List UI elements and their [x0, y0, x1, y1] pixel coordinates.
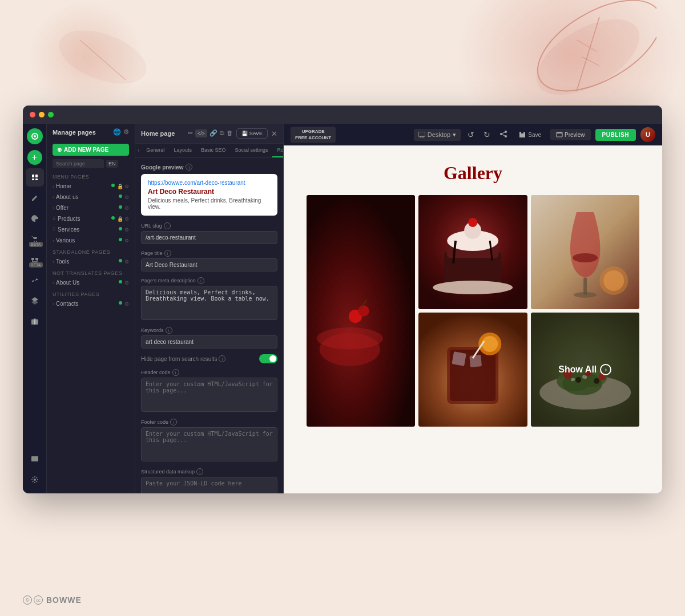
- gallery-item-drink[interactable]: [307, 195, 415, 427]
- add-new-page-button[interactable]: ⊕ ADD NEW PAGE: [53, 144, 129, 156]
- lock-icon: 🔒: [117, 184, 123, 189]
- add-icon[interactable]: +: [27, 150, 42, 165]
- edit-page-icon[interactable]: ✏: [188, 129, 193, 137]
- gallery-grid: Show All ›: [307, 195, 639, 427]
- undo-icon[interactable]: ↺: [465, 128, 477, 141]
- redo-icon[interactable]: ↻: [481, 128, 493, 141]
- chevron-icon: ›: [53, 205, 54, 211]
- svg-rect-11: [32, 179, 34, 180]
- status-dot: [119, 259, 122, 262]
- page-name: About Us: [56, 279, 79, 286]
- show-all-label[interactable]: Show All: [558, 364, 597, 375]
- preview-button[interactable]: Preview: [550, 129, 591, 140]
- structured-data-textarea[interactable]: [141, 477, 277, 493]
- traffic-light-red[interactable]: [30, 112, 35, 117]
- copy-icon[interactable]: ⧉: [220, 129, 224, 137]
- tab-basic-seo[interactable]: Basic SEO: [196, 144, 231, 157]
- info-icon: i: [186, 164, 192, 171]
- status-dot: [119, 301, 122, 305]
- structured-data-info-icon: i: [196, 468, 203, 475]
- hide-page-toggle[interactable]: [259, 354, 277, 363]
- code-icon[interactable]: </>: [195, 129, 207, 137]
- page-item-tools[interactable]: › Tools ⚙: [47, 256, 135, 267]
- page-name: Products: [58, 216, 80, 222]
- link-icon[interactable]: 🔗: [209, 129, 217, 137]
- footer-code-textarea[interactable]: [141, 427, 277, 461]
- svg-point-34: [505, 135, 507, 137]
- share-icon[interactable]: [497, 128, 510, 142]
- traffic-light-green[interactable]: [48, 112, 54, 117]
- page-item-products[interactable]: ⠿ Products 🔒 ⚙: [47, 213, 135, 224]
- svg-line-6: [80, 40, 126, 80]
- gallery-item-cocktail[interactable]: [418, 313, 527, 427]
- svg-point-1: [524, 4, 651, 111]
- desktop-selector[interactable]: Desktop ▾: [414, 129, 461, 141]
- tab-layouts[interactable]: Layouts: [169, 144, 196, 157]
- tab-general[interactable]: General: [142, 144, 169, 157]
- page-name: About us: [56, 194, 78, 200]
- page-name: Home: [56, 183, 71, 189]
- crm-icon[interactable]: BETA: [26, 250, 44, 269]
- header-code-info-icon: i: [172, 369, 179, 376]
- svg-line-3: [577, 40, 597, 51]
- upgrade-badge[interactable]: UPGRADE FREE ACCOUNT: [291, 127, 336, 143]
- header-code-textarea[interactable]: [141, 378, 277, 412]
- chevron-icon: ›: [53, 301, 54, 307]
- gallery-item-salad[interactable]: Show All ›: [531, 313, 639, 427]
- svg-line-4: [582, 57, 599, 66]
- page-item-contacts[interactable]: › Contacts ⚙: [47, 298, 135, 309]
- settings-icon[interactable]: [26, 471, 44, 489]
- svg-rect-16: [35, 258, 38, 260]
- save-button[interactable]: 💾 SAVE: [236, 128, 268, 139]
- delete-icon[interactable]: 🗑: [227, 129, 233, 137]
- status-dot: [111, 184, 115, 187]
- pages-panel: Manage pages 🌐 ⚙ ⊕ ADD NEW PAGE EN Menu …: [47, 124, 135, 493]
- palette-icon[interactable]: [26, 209, 44, 228]
- gallery-item-wine[interactable]: [531, 195, 639, 309]
- page-item-about-us-nt[interactable]: › About Us ⚙: [47, 277, 135, 288]
- show-all-overlay: Show All ›: [531, 313, 639, 427]
- page-item-about[interactable]: › About us ⚙: [47, 192, 135, 202]
- drag-icon: ⠿: [53, 216, 56, 221]
- shop-icon[interactable]: BETA: [26, 230, 44, 248]
- svg-marker-21: [31, 300, 38, 305]
- publish-button[interactable]: PUBLISH: [595, 129, 636, 141]
- gift-icon[interactable]: [26, 312, 44, 330]
- save-toolbar-button[interactable]: Save: [514, 129, 546, 140]
- media-icon[interactable]: [26, 450, 44, 468]
- page-item-various[interactable]: › Various ⚙: [47, 235, 135, 246]
- page-name: Tools: [56, 258, 69, 265]
- url-slug-input[interactable]: [141, 231, 277, 244]
- google-preview-description: Delicious meals, Perfect drinks, Breatht…: [148, 197, 271, 210]
- settings-small-icon[interactable]: ⚙: [123, 128, 129, 136]
- lock-icon: 🔒: [117, 216, 123, 222]
- status-dot: [119, 238, 122, 241]
- page-name: Offer: [56, 205, 68, 211]
- status-dot: [119, 227, 122, 230]
- tab-social-settings[interactable]: Social settings: [230, 144, 272, 157]
- page-item-home[interactable]: › Home 🔒 ⚙: [47, 181, 135, 192]
- footer-logo: © cc BOWWE: [23, 595, 82, 605]
- edit-icon[interactable]: [26, 189, 44, 207]
- analytics-icon[interactable]: [26, 271, 44, 289]
- preview-area: UPGRADE FREE ACCOUNT Desktop ▾ ↺ ↻: [284, 124, 662, 493]
- keywords-input[interactable]: [141, 335, 277, 348]
- gallery-item-cake[interactable]: [418, 195, 527, 309]
- layers-icon[interactable]: [26, 291, 44, 310]
- user-avatar[interactable]: U: [640, 127, 655, 142]
- seo-tabs: ‹ General Layouts Basic SEO Social setti…: [135, 144, 283, 158]
- search-page-input[interactable]: [53, 159, 104, 168]
- language-badge[interactable]: EN: [106, 160, 118, 168]
- page-title-input[interactable]: [141, 258, 277, 271]
- close-button[interactable]: ✕: [271, 129, 277, 138]
- tab-rocket-seo[interactable]: Rocket SEO: [272, 144, 283, 157]
- page-item-services[interactable]: ⠿ Services ⚙: [47, 224, 135, 235]
- traffic-light-yellow[interactable]: [39, 112, 45, 117]
- svg-point-43: [358, 305, 369, 316]
- status-dot: [111, 216, 115, 220]
- page-item-offer[interactable]: › Offer ⚙: [47, 202, 135, 213]
- tab-prev-arrow[interactable]: ‹: [135, 144, 142, 157]
- pages-icon[interactable]: [26, 168, 44, 187]
- meta-description-textarea[interactable]: Delicious meals, Perfect drinks, Breatht…: [141, 286, 277, 320]
- globe-icon[interactable]: 🌐: [113, 128, 121, 136]
